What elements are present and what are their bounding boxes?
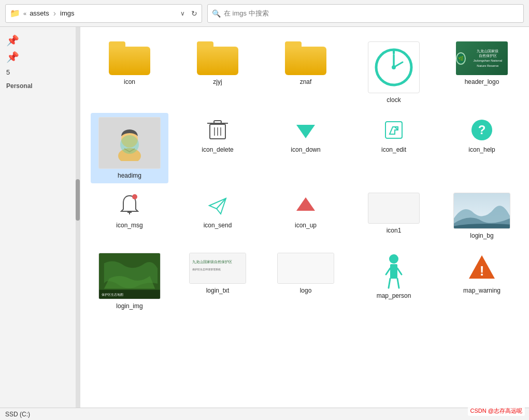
icon1-thumbnail	[368, 193, 420, 224]
sidebar-item-5[interactable]: 5	[0, 65, 80, 79]
path-dropdown-arrow[interactable]: ∨	[180, 10, 185, 17]
file-label-header-logo: header_logo	[465, 78, 499, 85]
file-item-icon-help[interactable]: ? icon_help	[443, 113, 521, 157]
file-item-clock[interactable]: clock	[355, 37, 433, 108]
file-item-icon-msg[interactable]: icon_msg	[91, 189, 168, 233]
svg-marker-24	[296, 197, 315, 211]
login-txt-thumbnail: 九龙山国家级自然保护区 保护区生态环境管理系统	[189, 253, 246, 284]
file-item-zjyj[interactable]: zjyj	[179, 37, 256, 90]
file-item-icon-send[interactable]: icon_send	[179, 189, 256, 233]
file-label-icon-up: icon_up	[295, 222, 317, 229]
sidebar: 📌 📌 5 Personal	[0, 27, 80, 408]
path-bar[interactable]: 📁 « assets › imgs ∨ ↻	[5, 4, 202, 23]
file-item-icon-up[interactable]: icon_up	[267, 189, 345, 233]
svg-point-22	[132, 194, 137, 199]
svg-rect-10	[214, 121, 221, 123]
file-label-icon-delete: icon_delete	[202, 146, 233, 153]
refresh-button[interactable]: ↻	[191, 9, 197, 18]
icon-send-thumbnail	[205, 193, 231, 219]
icon-help-thumbnail: ?	[469, 117, 495, 143]
map-person-thumbnail	[381, 253, 407, 289]
svg-text:保护区生态地图: 保护区生态地图	[102, 293, 123, 296]
main-layout: 📌 📌 5 Personal icon z	[0, 27, 529, 408]
pin-1[interactable]: 📌	[0, 32, 80, 49]
logo-thumbnail	[277, 253, 334, 284]
svg-line-35	[389, 279, 390, 288]
file-label-icon1: icon1	[387, 227, 402, 234]
path-imgs: imgs	[60, 9, 74, 17]
file-label-icon-send: icon_send	[204, 222, 232, 229]
file-label-login-img: login_img	[116, 302, 142, 310]
svg-rect-32	[278, 253, 334, 284]
scrollbar-track	[76, 27, 80, 408]
file-label-login-bg: login_bg	[470, 232, 493, 239]
file-label-icon-help: icon_help	[468, 146, 495, 153]
svg-line-36	[397, 279, 399, 288]
svg-line-37	[386, 268, 390, 274]
file-item-login-img[interactable]: 保护区生态地图 login_img	[91, 249, 168, 314]
headimg-thumbnail	[98, 117, 161, 169]
icon-delete-thumbnail	[205, 117, 231, 143]
file-item-login-txt[interactable]: 九龙山国家级自然保护区 保护区生态环境管理系统 login_txt	[179, 249, 256, 298]
top-bar: 📁 « assets › imgs ∨ ↻ 🔍	[0, 0, 529, 27]
folder-icon: 📁	[10, 8, 20, 18]
bottom-drive-label: SSD (C:)	[5, 411, 30, 418]
file-item-login-bg[interactable]: login_bg	[443, 189, 521, 243]
svg-line-3	[394, 62, 403, 67]
file-label-icon-msg: icon_msg	[116, 222, 142, 229]
file-label-icon: icon	[124, 78, 135, 85]
file-label-znaf: znaf	[300, 78, 312, 85]
file-item-icon[interactable]: icon	[91, 37, 168, 90]
svg-text:!: !	[480, 263, 484, 279]
file-item-icon-delete[interactable]: icon_delete	[179, 113, 256, 157]
clock-thumbnail	[368, 41, 420, 93]
file-label-headimg: headimg	[118, 172, 141, 179]
icon-edit-thumbnail	[381, 117, 407, 143]
file-item-icon-down[interactable]: icon_down	[267, 113, 345, 157]
login-bg-thumbnail	[453, 193, 510, 229]
path-assets: assets	[30, 9, 49, 17]
icon-up-thumbnail	[293, 193, 319, 219]
file-label-zjyj: zjyj	[213, 78, 222, 85]
svg-rect-16	[385, 122, 402, 138]
scrollbar-thumb[interactable]	[76, 179, 80, 221]
svg-point-7	[120, 135, 139, 154]
file-label-clock: clock	[387, 96, 401, 104]
file-item-icon1[interactable]: icon1	[355, 189, 433, 238]
file-item-znaf[interactable]: znaf	[267, 37, 345, 90]
file-item-map-warning[interactable]: ! map_warning	[443, 249, 521, 298]
sidebar-label-personal: Personal	[0, 79, 80, 91]
search-bar[interactable]: 🔍	[207, 4, 524, 23]
file-item-header-logo[interactable]: 🌿 九龙山国家级自然保护区Jiulongshan National Nature…	[443, 37, 521, 90]
chevron-left: «	[23, 10, 26, 17]
file-item-logo[interactable]: logo	[267, 249, 345, 298]
header-logo-thumbnail: 🌿 九龙山国家级自然保护区Jiulongshan National Nature…	[456, 41, 508, 75]
file-item-headimg[interactable]: headimg	[91, 113, 168, 183]
pin-2[interactable]: 📌	[0, 49, 80, 65]
search-input[interactable]	[224, 9, 519, 17]
search-icon: 🔍	[212, 9, 221, 18]
file-label-map-person: map_person	[377, 292, 411, 299]
login-img-thumbnail: 保护区生态地图	[98, 253, 161, 299]
file-label-login-txt: login_txt	[206, 287, 230, 294]
svg-rect-34	[390, 264, 397, 279]
file-label-logo: logo	[300, 287, 312, 294]
file-label-icon-edit: icon_edit	[381, 146, 406, 153]
file-label-icon-down: icon_down	[291, 146, 320, 153]
folder-zjyj-img	[197, 41, 238, 75]
file-grid: icon zjyj znaf	[91, 37, 519, 314]
file-area[interactable]: icon zjyj znaf	[80, 27, 529, 408]
svg-text:保护区生态环境管理系统: 保护区生态环境管理系统	[192, 268, 221, 271]
svg-text:九龙山国家级自然保护区: 九龙山国家级自然保护区	[192, 260, 232, 264]
folder-icon-img	[109, 41, 150, 75]
file-item-icon-edit[interactable]: icon_edit	[355, 113, 433, 157]
svg-point-33	[389, 254, 398, 264]
svg-line-38	[397, 268, 402, 274]
header-logo-text: 九龙山国家级自然保护区Jiulongshan National Nature R…	[468, 48, 508, 69]
icon-down-thumbnail	[293, 117, 319, 143]
icon-msg-thumbnail	[117, 193, 142, 219]
file-label-map-warning: map_warning	[463, 287, 501, 294]
file-item-map-person[interactable]: map_person	[355, 249, 433, 303]
bottom-bar: SSD (C:)	[0, 408, 529, 420]
folder-znaf-img	[285, 41, 326, 75]
